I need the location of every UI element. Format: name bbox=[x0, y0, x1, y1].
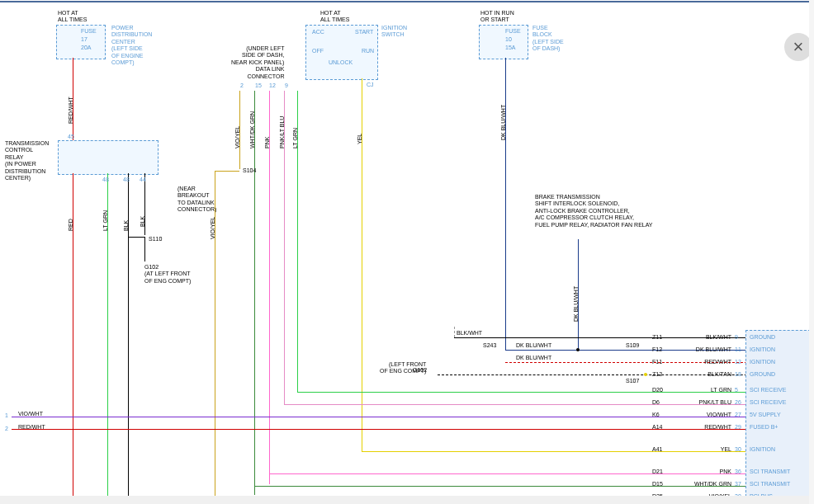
fuse2-l2: 10 bbox=[505, 36, 512, 43]
pin-row: D20LT GRN5SCI RECEIVE bbox=[652, 387, 805, 397]
wl-blk2: BLK bbox=[140, 216, 146, 227]
wl-vioyel2: VIO/YEL bbox=[210, 217, 216, 239]
wl-dkblu12: DK BLU/WHT bbox=[516, 355, 551, 361]
wl-red: RED bbox=[68, 219, 74, 231]
wl-dkbluwht2: DK BLU/WHT bbox=[573, 286, 580, 322]
pin-row: K6VIO/WHT275V SUPPLY bbox=[652, 412, 805, 422]
fuse1-l2: 17 bbox=[81, 36, 88, 43]
fuse1-l1: FUSE bbox=[81, 28, 97, 35]
g102: G102 (AT LEFT FRONT OF ENG COMPT) bbox=[144, 264, 191, 285]
wl-redwht2: RED/WHT bbox=[18, 424, 45, 431]
pin-row: D15WHT/DK GRN37SCI TRANSMIT bbox=[652, 481, 805, 491]
fuse-box-2 bbox=[479, 25, 528, 59]
dlc-desc: (UNDER LEFT SIDE OF DASH, NEAR KICK PANE… bbox=[231, 45, 284, 80]
fuse1-desc: POWER DISTRIBUTION CENTER (LEFT SIDE OF … bbox=[111, 25, 152, 66]
brake-block: BRAKE TRANSMISSION SHIFT INTERLOCK SOLEN… bbox=[535, 194, 653, 228]
wl-blk1: BLK bbox=[123, 220, 130, 231]
wl-pnk: PNK bbox=[264, 137, 271, 148]
wl-dkbluwht: DK BLU/WHT bbox=[500, 105, 507, 140]
wl-yel: YEL bbox=[357, 134, 363, 144]
wire-dkbluwht bbox=[505, 58, 506, 351]
pin-row: Z11BLK/WHT9GROUND bbox=[652, 334, 805, 344]
dlc-9: 9 bbox=[285, 82, 288, 89]
conn-48a: 48 bbox=[102, 177, 109, 183]
s107: S107 bbox=[626, 378, 639, 384]
pin-row: F11RED/WHT12IGNITION bbox=[652, 359, 805, 369]
top-border bbox=[0, 1, 809, 2]
wl-blkwht-h: BLK/WHT bbox=[457, 330, 482, 337]
s104: S104 bbox=[243, 167, 256, 174]
conn-44: 44 bbox=[140, 177, 146, 183]
hot-label-2: HOT AT ALL TIMES bbox=[320, 10, 349, 24]
wl-dkblu11: DK BLU/WHT bbox=[516, 342, 551, 349]
pin-row: F12DK BLU/WHT11IGNITION bbox=[652, 346, 805, 356]
s110: S110 bbox=[149, 236, 162, 243]
ign-start: START bbox=[355, 29, 373, 35]
left-p1: 1 bbox=[5, 412, 8, 419]
pin-row: A14RED/WHT29FUSED B+ bbox=[652, 424, 805, 434]
wl-ltgrn: LT GRN bbox=[102, 210, 109, 231]
scrollbar-track[interactable] bbox=[0, 496, 814, 504]
conn-48b: 48 bbox=[123, 177, 130, 183]
conn-cj: CJ bbox=[367, 82, 374, 88]
wl-whtdkgrn: WHT/DK GRN bbox=[249, 111, 256, 148]
dlc-12: 12 bbox=[269, 82, 276, 89]
s109: S109 bbox=[626, 342, 639, 349]
close-icon: × bbox=[793, 36, 804, 58]
dlc-15: 15 bbox=[255, 82, 262, 89]
s110-h bbox=[128, 237, 144, 238]
fuse1-l3: 20A bbox=[81, 45, 91, 51]
arr-blkwht bbox=[454, 327, 456, 337]
pin-row: D21PNK36SCI TRANSMIT bbox=[652, 469, 805, 478]
close-button[interactable]: × bbox=[784, 33, 812, 61]
ignition-title: IGNITION SWITCH bbox=[381, 25, 407, 39]
leftfront: (LEFT FRONT OF ENG COMPT) bbox=[380, 361, 426, 375]
ign-acc: ACC bbox=[312, 29, 324, 35]
pin-row: A41YEL30IGNITION bbox=[652, 446, 805, 456]
hot-label-1: HOT AT ALL TIMES bbox=[58, 10, 87, 24]
wl-vioyel: VIO/YEL bbox=[234, 126, 241, 148]
node-s109 bbox=[576, 348, 580, 351]
scrollbar-v[interactable] bbox=[809, 0, 814, 504]
pin-row: D6PNK/LT BLU26SCI RECEIVE bbox=[652, 399, 805, 409]
near-breakout: (NEAR BREAKOUT TO DATALINK CONNECTOR) bbox=[177, 186, 216, 214]
ign-off: OFF bbox=[312, 48, 324, 54]
left-p2: 2 bbox=[5, 426, 8, 432]
wire-pnk bbox=[269, 91, 270, 484]
fuse2-l1: FUSE bbox=[505, 28, 521, 35]
relay-title: TRANSMISSION CONTROL RELAY (IN POWER DIS… bbox=[5, 140, 49, 181]
fuse2-desc: FUSE BLOCK (LEFT SIDE OF DASH) bbox=[532, 25, 564, 53]
dlc-2: 2 bbox=[240, 82, 244, 89]
wire-whtdkgrn bbox=[254, 91, 255, 495]
fuse2-l3: 15A bbox=[505, 45, 515, 51]
pin-row: Z12BLK/TAN18GROUND bbox=[652, 371, 805, 381]
g102-v bbox=[144, 237, 145, 261]
ign-run: RUN bbox=[362, 48, 374, 54]
wire-vioyel-h bbox=[215, 171, 239, 172]
relay-box bbox=[58, 140, 159, 175]
s243: S243 bbox=[483, 342, 496, 349]
wl-redwht: RED/WHT bbox=[68, 97, 74, 124]
wl-pnkltblu: PNK/LT BLU bbox=[279, 116, 286, 148]
wl-ltgrn2: LT GRN bbox=[292, 128, 299, 148]
hot-run-label: HOT IN RUN OR START bbox=[480, 10, 514, 24]
ign-unlock: UNLOCK bbox=[329, 59, 353, 66]
node-s107 bbox=[644, 373, 647, 376]
conn-45: 45 bbox=[68, 134, 74, 140]
